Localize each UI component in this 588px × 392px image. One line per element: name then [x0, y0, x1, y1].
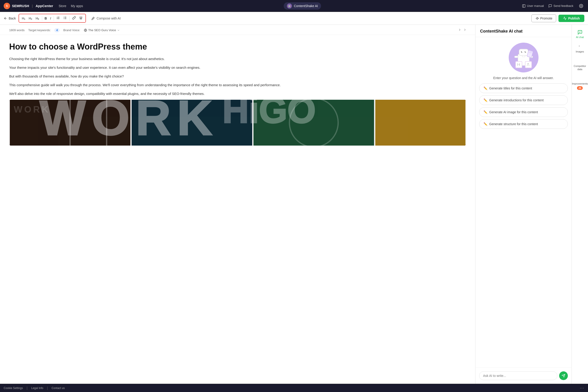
ai-input-area — [476, 368, 572, 384]
generate-titles-icon: ✏️ — [484, 86, 487, 90]
generate-titles-btn[interactable]: ✏️ Generate titles for this content — [479, 84, 568, 93]
generate-structure-btn[interactable]: ✏️ Generate structure for this content — [479, 119, 568, 129]
improvements-badge: 25 — [577, 86, 583, 90]
footer-divider-2: | — [47, 386, 48, 390]
keyword-count-badge[interactable]: 4 — [54, 28, 59, 32]
h2-button[interactable]: H₂ — [27, 16, 34, 21]
footer-dots[interactable]: ··· — [580, 386, 584, 390]
article-image-placeholder: WORK WORK HiGO — [9, 100, 466, 146]
svg-rect-36 — [515, 56, 518, 58]
brand-voice-selector[interactable]: The SEO Guru Voice — [84, 28, 120, 32]
target-keywords-label: Target keywords: — [28, 28, 51, 32]
promote-button[interactable]: Promote — [532, 14, 556, 22]
paragraph-2[interactable]: Your theme impacts your site's functiona… — [9, 65, 466, 70]
unordered-list-icon — [63, 16, 67, 20]
robot-svg: H A — [512, 45, 535, 70]
user-manual-label: User manual — [527, 4, 544, 8]
improvements-icon — [578, 76, 583, 82]
ordered-list-icon — [56, 16, 60, 20]
generate-structure-icon: ✏️ — [484, 122, 487, 126]
brand-logo-area: S SEMRUSH | AppCenter — [4, 3, 53, 9]
sidebar-item-images[interactable]: Images — [573, 42, 587, 56]
svg-point-10 — [63, 17, 64, 17]
back-button[interactable]: Back — [4, 16, 16, 20]
send-icon — [562, 374, 565, 378]
brand-voice-label: Brand Voice: — [63, 28, 80, 32]
svg-point-2 — [581, 5, 582, 6]
generate-ai-image-btn[interactable]: ✏️ Generate AI image for this content — [479, 107, 568, 117]
article-image: WORK WORK HiGO — [9, 100, 466, 146]
publish-button[interactable]: Publish — [559, 15, 584, 22]
paragraph-5[interactable]: We'll also delve into the role of respon… — [9, 91, 466, 96]
top-nav: S SEMRUSH | AppCenter Store My apps 🤖 Co… — [0, 0, 588, 12]
chevron-right-icon — [458, 28, 462, 32]
svg-text:WORK: WORK — [40, 100, 218, 145]
contact-us-link[interactable]: Contact us — [51, 386, 65, 390]
svg-rect-30 — [519, 49, 528, 56]
editor-content[interactable]: How to choose a WordPress theme Choosing… — [0, 35, 475, 384]
svg-marker-16 — [537, 17, 539, 19]
ai-send-button[interactable] — [559, 371, 568, 380]
globe-icon — [84, 29, 87, 32]
clear-format-button[interactable] — [78, 15, 84, 21]
word-count: 1809 words — [9, 28, 24, 32]
back-label: Back — [9, 16, 16, 20]
send-feedback-btn[interactable]: Send feedback — [548, 4, 573, 8]
book-icon — [522, 4, 526, 8]
italic-button[interactable]: I — [49, 16, 52, 21]
bold-button[interactable]: B — [43, 16, 48, 21]
unordered-list-button[interactable] — [62, 15, 68, 21]
ai-prompt-text: Enter your question and the AI will answ… — [476, 76, 572, 84]
compose-ai-button[interactable]: Compose with AI — [89, 15, 123, 22]
svg-text:H: H — [517, 62, 520, 67]
article-title[interactable]: How to choose a WordPress theme — [9, 42, 466, 52]
brand-name: SEMRUSH — [12, 4, 29, 8]
ai-chat-input[interactable] — [479, 371, 557, 380]
brand-divider: | — [32, 4, 33, 8]
myapps-link[interactable]: My apps — [71, 4, 83, 8]
image-text-overlay: WORK — [14, 104, 50, 114]
sidebar-improvements-label: Improvements — [572, 82, 588, 85]
generate-introductions-btn[interactable]: ✏️ Generate introductions for this conte… — [479, 95, 568, 105]
right-nav: User manual Send feedback — [522, 3, 584, 9]
ai-panel-title: ContentShake AI chat — [480, 29, 567, 34]
generate-structure-label: Generate structure for this content — [489, 122, 538, 126]
paragraph-1[interactable]: Choosing the right WordPress theme for y… — [9, 56, 466, 62]
legal-info-link[interactable]: Legal Info — [31, 386, 43, 390]
clear-format-icon — [79, 16, 83, 20]
svg-text:A: A — [527, 62, 530, 67]
right-sidebar: AI chat Images Competitor data — [572, 25, 588, 384]
sidebar-item-ai-chat[interactable]: AI chat — [573, 28, 587, 41]
footer: Cookie Settings | Legal Info | Contact u… — [0, 384, 588, 392]
sidebar-ai-chat-label: AI chat — [576, 36, 584, 39]
cookie-settings-link[interactable]: Cookie Settings — [4, 386, 23, 390]
collapse-meta-btn[interactable] — [458, 28, 466, 32]
compose-ai-label: Compose with AI — [97, 16, 121, 20]
paragraph-3[interactable]: But with thousands of themes available, … — [9, 74, 466, 79]
svg-point-34 — [525, 51, 526, 52]
paragraph-4[interactable]: This comprehensive guide will walk you t… — [9, 82, 466, 88]
article-body[interactable]: Choosing the right WordPress theme for y… — [9, 56, 466, 96]
wand-icon — [91, 16, 95, 20]
svg-point-33 — [522, 51, 522, 52]
sidebar-item-competitor[interactable]: Competitor data — [573, 56, 587, 73]
h3-button[interactable]: H₃ — [34, 16, 40, 21]
search-icon — [578, 59, 583, 64]
link-button[interactable] — [71, 15, 77, 21]
publish-icon — [563, 16, 567, 20]
h1-button[interactable]: H₁ — [20, 16, 27, 21]
generate-introductions-label: Generate introductions for this content — [489, 98, 544, 102]
ordered-list-button[interactable] — [55, 15, 61, 21]
svg-point-11 — [63, 18, 64, 18]
app-badge[interactable]: 🤖 ContentShake AI — [284, 2, 321, 10]
svg-point-49 — [578, 59, 581, 63]
promote-label: Promote — [540, 16, 553, 20]
robot-circle: H A — [509, 43, 539, 72]
main-area: 1809 words Target keywords: 4 Brand Voic… — [0, 25, 588, 384]
svg-text:HiGO: HiGO — [222, 100, 316, 130]
user-manual-btn[interactable]: User manual — [522, 4, 544, 8]
settings-btn[interactable] — [578, 3, 584, 9]
store-link[interactable]: Store — [59, 4, 66, 8]
sidebar-item-improvements[interactable]: Improvements 25 — [573, 74, 587, 92]
editor-meta: 1809 words Target keywords: 4 Brand Voic… — [0, 25, 475, 35]
